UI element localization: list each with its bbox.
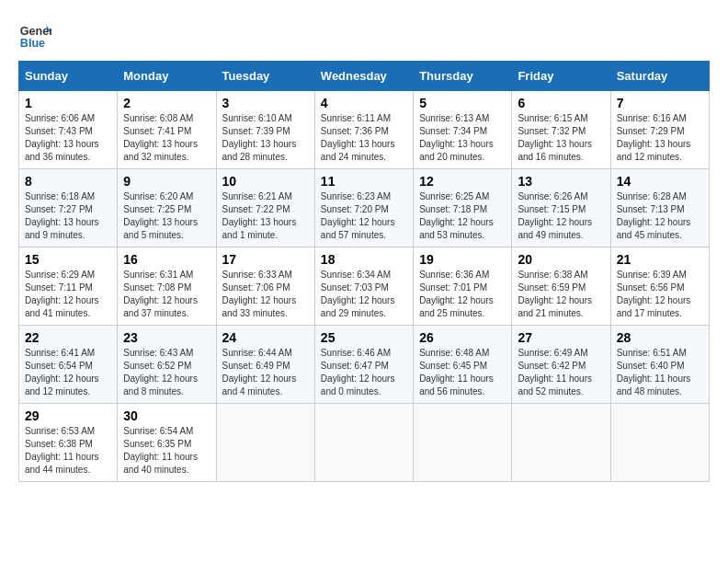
day-number: 9 xyxy=(123,174,210,189)
day-number: 14 xyxy=(617,174,703,189)
calendar-cell: 23 Sunrise: 6:43 AM Sunset: 6:52 PM Dayl… xyxy=(118,326,216,404)
day-info: Sunrise: 6:26 AM Sunset: 7:15 PM Dayligh… xyxy=(518,190,604,242)
day-number: 21 xyxy=(617,252,703,267)
header-thursday: Thursday xyxy=(414,62,512,91)
day-info: Sunrise: 6:25 AM Sunset: 7:18 PM Dayligh… xyxy=(419,190,506,242)
calendar-cell xyxy=(314,404,413,482)
calendar-cell: 16 Sunrise: 6:31 AM Sunset: 7:08 PM Dayl… xyxy=(118,247,216,326)
day-number: 1 xyxy=(25,96,111,110)
svg-text:Blue: Blue xyxy=(20,37,45,50)
day-info: Sunrise: 6:08 AM Sunset: 7:41 PM Dayligh… xyxy=(123,112,210,164)
day-info: Sunrise: 6:36 AM Sunset: 7:01 PM Dayligh… xyxy=(419,269,506,320)
calendar-cell: 20 Sunrise: 6:38 AM Sunset: 6:59 PM Dayl… xyxy=(512,247,610,326)
calendar-cell: 30 Sunrise: 6:54 AM Sunset: 6:35 PM Dayl… xyxy=(118,404,216,482)
calendar-cell: 15 Sunrise: 6:29 AM Sunset: 7:11 PM Dayl… xyxy=(19,247,118,326)
day-info: Sunrise: 6:23 AM Sunset: 7:20 PM Dayligh… xyxy=(321,190,407,242)
day-number: 28 xyxy=(617,330,703,345)
day-number: 29 xyxy=(25,408,111,423)
calendar-cell: 22 Sunrise: 6:41 AM Sunset: 6:54 PM Dayl… xyxy=(19,326,118,404)
day-number: 17 xyxy=(222,252,309,267)
calendar-cell xyxy=(610,404,709,482)
day-number: 11 xyxy=(321,174,407,189)
calendar-cell: 4 Sunrise: 6:11 AM Sunset: 7:36 PM Dayli… xyxy=(314,91,413,169)
calendar-cell: 6 Sunrise: 6:15 AM Sunset: 7:32 PM Dayli… xyxy=(512,91,610,169)
day-info: Sunrise: 6:54 AM Sunset: 6:35 PM Dayligh… xyxy=(123,425,210,477)
day-number: 13 xyxy=(518,174,604,189)
calendar-cell: 10 Sunrise: 6:21 AM Sunset: 7:22 PM Dayl… xyxy=(216,169,314,247)
calendar-cell: 26 Sunrise: 6:48 AM Sunset: 6:45 PM Dayl… xyxy=(414,326,512,404)
header-wednesday: Wednesday xyxy=(314,62,413,91)
day-number: 20 xyxy=(518,252,604,267)
day-number: 6 xyxy=(518,96,604,110)
day-number: 10 xyxy=(222,174,309,189)
day-info: Sunrise: 6:13 AM Sunset: 7:34 PM Dayligh… xyxy=(419,112,506,164)
day-info: Sunrise: 6:31 AM Sunset: 7:08 PM Dayligh… xyxy=(123,269,210,320)
header-saturday: Saturday xyxy=(610,62,709,91)
calendar-cell: 7 Sunrise: 6:16 AM Sunset: 7:29 PM Dayli… xyxy=(610,91,709,169)
day-number: 8 xyxy=(25,174,111,189)
day-number: 27 xyxy=(518,330,604,345)
day-info: Sunrise: 6:21 AM Sunset: 7:22 PM Dayligh… xyxy=(222,190,309,242)
calendar-cell: 5 Sunrise: 6:13 AM Sunset: 7:34 PM Dayli… xyxy=(414,91,512,169)
day-info: Sunrise: 6:53 AM Sunset: 6:38 PM Dayligh… xyxy=(25,425,111,477)
calendar-cell xyxy=(216,404,314,482)
day-number: 7 xyxy=(617,96,703,110)
day-info: Sunrise: 6:34 AM Sunset: 7:03 PM Dayligh… xyxy=(321,269,407,320)
calendar-header-row: SundayMondayTuesdayWednesdayThursdayFrid… xyxy=(19,62,710,91)
calendar-cell: 17 Sunrise: 6:33 AM Sunset: 7:06 PM Dayl… xyxy=(216,247,314,326)
page-header: General Blue xyxy=(18,18,710,52)
calendar-week-2: 15 Sunrise: 6:29 AM Sunset: 7:11 PM Dayl… xyxy=(19,247,710,326)
calendar-cell: 9 Sunrise: 6:20 AM Sunset: 7:25 PM Dayli… xyxy=(118,169,216,247)
logo: General Blue xyxy=(18,18,55,52)
day-number: 18 xyxy=(321,252,407,267)
day-number: 4 xyxy=(321,96,407,110)
day-number: 26 xyxy=(419,330,506,345)
calendar-cell: 29 Sunrise: 6:53 AM Sunset: 6:38 PM Dayl… xyxy=(19,404,118,482)
logo-icon: General Blue xyxy=(18,18,51,52)
day-number: 30 xyxy=(123,408,210,423)
calendar-cell xyxy=(414,404,512,482)
day-info: Sunrise: 6:11 AM Sunset: 7:36 PM Dayligh… xyxy=(321,112,407,164)
day-number: 23 xyxy=(123,330,210,345)
calendar-cell: 19 Sunrise: 6:36 AM Sunset: 7:01 PM Dayl… xyxy=(414,247,512,326)
calendar-cell: 27 Sunrise: 6:49 AM Sunset: 6:42 PM Dayl… xyxy=(512,326,610,404)
day-info: Sunrise: 6:39 AM Sunset: 6:56 PM Dayligh… xyxy=(617,269,703,320)
day-number: 24 xyxy=(222,330,309,345)
calendar-cell: 18 Sunrise: 6:34 AM Sunset: 7:03 PM Dayl… xyxy=(314,247,413,326)
header-tuesday: Tuesday xyxy=(216,62,314,91)
day-info: Sunrise: 6:49 AM Sunset: 6:42 PM Dayligh… xyxy=(518,347,604,398)
day-info: Sunrise: 6:18 AM Sunset: 7:27 PM Dayligh… xyxy=(25,190,111,242)
calendar-cell: 1 Sunrise: 6:06 AM Sunset: 7:43 PM Dayli… xyxy=(19,91,118,169)
day-number: 12 xyxy=(419,174,506,189)
day-number: 5 xyxy=(419,96,506,110)
day-info: Sunrise: 6:29 AM Sunset: 7:11 PM Dayligh… xyxy=(25,269,111,320)
calendar-cell: 12 Sunrise: 6:25 AM Sunset: 7:18 PM Dayl… xyxy=(414,169,512,247)
header-sunday: Sunday xyxy=(19,62,118,91)
day-number: 22 xyxy=(25,330,111,345)
day-info: Sunrise: 6:48 AM Sunset: 6:45 PM Dayligh… xyxy=(419,347,506,398)
day-info: Sunrise: 6:44 AM Sunset: 6:49 PM Dayligh… xyxy=(222,347,309,398)
day-number: 25 xyxy=(321,330,407,345)
day-info: Sunrise: 6:41 AM Sunset: 6:54 PM Dayligh… xyxy=(25,347,111,398)
day-info: Sunrise: 6:46 AM Sunset: 6:47 PM Dayligh… xyxy=(321,347,407,398)
day-info: Sunrise: 6:06 AM Sunset: 7:43 PM Dayligh… xyxy=(25,112,111,164)
day-number: 2 xyxy=(123,96,210,110)
day-info: Sunrise: 6:16 AM Sunset: 7:29 PM Dayligh… xyxy=(617,112,703,164)
day-info: Sunrise: 6:15 AM Sunset: 7:32 PM Dayligh… xyxy=(518,112,604,164)
calendar-cell xyxy=(512,404,610,482)
calendar-cell: 21 Sunrise: 6:39 AM Sunset: 6:56 PM Dayl… xyxy=(610,247,709,326)
calendar-cell: 8 Sunrise: 6:18 AM Sunset: 7:27 PM Dayli… xyxy=(19,169,118,247)
calendar-week-4: 29 Sunrise: 6:53 AM Sunset: 6:38 PM Dayl… xyxy=(19,404,710,482)
day-info: Sunrise: 6:10 AM Sunset: 7:39 PM Dayligh… xyxy=(222,112,309,164)
calendar-cell: 14 Sunrise: 6:28 AM Sunset: 7:13 PM Dayl… xyxy=(610,169,709,247)
calendar-table: SundayMondayTuesdayWednesdayThursdayFrid… xyxy=(18,61,710,482)
day-number: 16 xyxy=(123,252,210,267)
day-number: 19 xyxy=(419,252,506,267)
day-info: Sunrise: 6:51 AM Sunset: 6:40 PM Dayligh… xyxy=(617,347,703,398)
day-number: 15 xyxy=(25,252,111,267)
day-info: Sunrise: 6:43 AM Sunset: 6:52 PM Dayligh… xyxy=(123,347,210,398)
day-info: Sunrise: 6:38 AM Sunset: 6:59 PM Dayligh… xyxy=(518,269,604,320)
day-info: Sunrise: 6:20 AM Sunset: 7:25 PM Dayligh… xyxy=(123,190,210,242)
calendar-cell: 3 Sunrise: 6:10 AM Sunset: 7:39 PM Dayli… xyxy=(216,91,314,169)
header-monday: Monday xyxy=(118,62,216,91)
